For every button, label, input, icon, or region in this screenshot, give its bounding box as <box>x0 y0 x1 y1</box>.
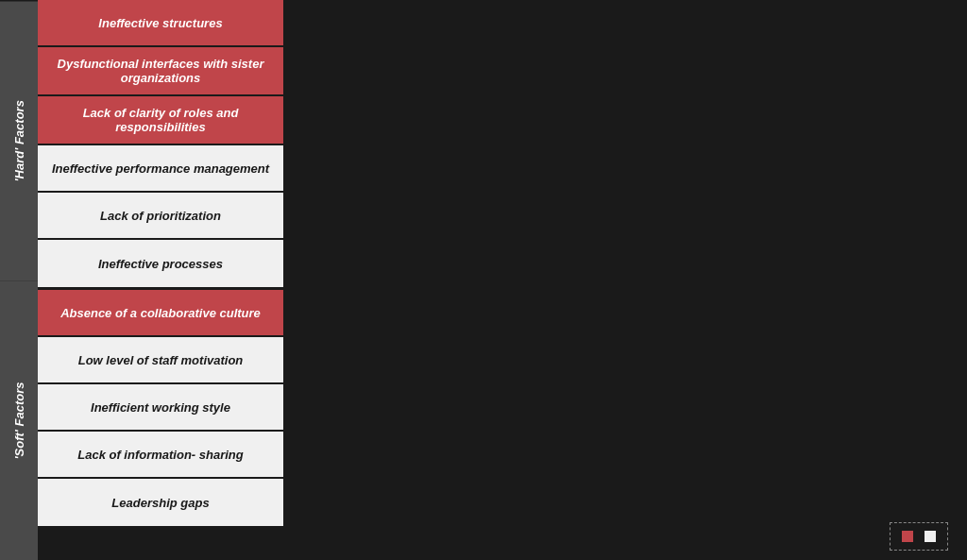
item-lack-of-info-sharing: Lack of information- sharing <box>38 432 283 479</box>
item-ineffective-performance: Ineffective performance management <box>38 145 283 193</box>
sidebar-labels: 'Hard' Factors 'Soft' Factors <box>0 0 38 560</box>
legend-box <box>890 522 948 551</box>
left-panel: 'Hard' Factors 'Soft' Factors Ineffectiv… <box>0 0 283 560</box>
items-column: Ineffective structures Dysfunctional int… <box>38 0 283 560</box>
item-low-motivation: Low level of staff motivation <box>38 337 283 384</box>
item-ineffective-structures: Ineffective structures <box>38 0 283 47</box>
item-lack-of-clarity: Lack of clarity of roles and responsibil… <box>38 96 283 145</box>
item-ineffective-processes: Ineffective processes <box>38 240 283 287</box>
main-container: 'Hard' Factors 'Soft' Factors Ineffectiv… <box>0 0 967 560</box>
item-inefficient-working: Inefficient working style <box>38 384 283 432</box>
item-dysfunctional-interfaces: Dysfunctional interfaces with sister org… <box>38 47 283 96</box>
soft-section: Absence of a collaborative culture Low l… <box>38 290 283 526</box>
hard-section: Ineffective structures Dysfunctional int… <box>38 0 283 290</box>
item-absence-collaborative: Absence of a collaborative culture <box>38 290 283 337</box>
hard-factors-label: 'Hard' Factors <box>0 0 38 281</box>
item-lack-of-prioritization: Lack of prioritization <box>38 193 283 240</box>
right-panel <box>283 0 967 560</box>
legend-item-white <box>925 531 936 542</box>
soft-factors-label: 'Soft' Factors <box>0 281 38 561</box>
legend-dot-red <box>902 531 913 542</box>
legend-item-red <box>902 531 913 542</box>
item-leadership-gaps: Leadership gaps <box>38 479 283 526</box>
legend-dot-white <box>925 531 936 542</box>
